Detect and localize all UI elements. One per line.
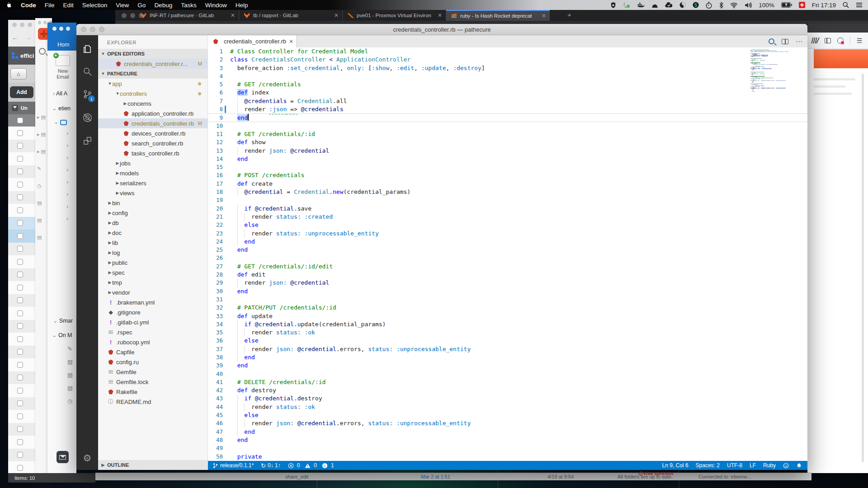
menu-edit[interactable]: Edit	[63, 2, 74, 9]
line-number[interactable]: 7	[208, 97, 230, 105]
source-control-activity-icon[interactable]: 1	[76, 85, 98, 103]
code-line[interactable]: 17 def create	[208, 180, 807, 188]
code-line[interactable]: 21 render status: :created	[208, 213, 807, 221]
row-checkbox[interactable]	[17, 426, 23, 432]
s-badge-icon[interactable]: S	[693, 2, 699, 8]
nav-arrows[interactable]: ←→	[8, 27, 35, 41]
tree-item-credentials-controller-rb[interactable]: credentials_controller.rbM	[98, 118, 208, 128]
problems-status[interactable]: 001	[288, 462, 337, 469]
line-number[interactable]: 39	[208, 361, 230, 370]
tree-item-tmp[interactable]: ▶tmp	[98, 277, 208, 287]
notifications-bell-icon[interactable]	[796, 463, 802, 469]
row-checkbox[interactable]	[17, 400, 23, 406]
code-line[interactable]: 25 end	[208, 246, 807, 254]
list-row[interactable]	[8, 165, 35, 178]
row-checkbox[interactable]	[17, 259, 23, 265]
menu-go[interactable]: Go	[137, 2, 146, 9]
scrollbar[interactable]	[862, 74, 864, 462]
row-checkbox[interactable]	[17, 375, 23, 380]
list-row[interactable]	[8, 127, 35, 140]
tree-item-log[interactable]: ▶log	[98, 248, 208, 258]
list-row[interactable]	[8, 243, 35, 256]
list-row[interactable]	[8, 255, 35, 268]
explorer-activity-icon[interactable]	[76, 40, 98, 58]
window-controls[interactable]	[81, 27, 104, 32]
line-number[interactable]: 43	[208, 394, 230, 403]
line-number[interactable]: 8	[208, 105, 230, 113]
swirl-icon[interactable]	[679, 2, 686, 8]
list-row[interactable]	[8, 346, 35, 359]
line-number[interactable]: 21	[208, 213, 230, 221]
window-controls[interactable]	[8, 20, 35, 27]
line-number[interactable]: 36	[208, 337, 230, 345]
code-line[interactable]: 37 render json: @credential.errors, stat…	[208, 345, 807, 353]
eol-setting[interactable]: LF	[750, 462, 756, 469]
tree-item-gemfile[interactable]: Gemfile	[98, 367, 208, 377]
line-number[interactable]: 12	[208, 138, 230, 146]
line-number[interactable]: 2	[208, 56, 230, 64]
line-number[interactable]: 50	[208, 453, 230, 461]
code-line[interactable]: 32 # PATCH/PUT /credentials/:id	[208, 304, 807, 312]
split-editor-icon[interactable]	[782, 39, 788, 44]
menu-view[interactable]: View	[116, 2, 129, 9]
list-row[interactable]	[8, 294, 35, 307]
row-checkbox[interactable]	[17, 336, 23, 342]
list-row[interactable]	[8, 397, 35, 410]
line-number[interactable]: 27	[208, 263, 230, 271]
code-line[interactable]: 8 render :json => @credentials	[208, 105, 807, 113]
list-row[interactable]	[8, 410, 35, 423]
line-number[interactable]: 5	[208, 80, 230, 89]
mail-folder-row[interactable]: ›	[66, 179, 68, 185]
line-number[interactable]: 23	[208, 230, 230, 238]
tree-item-vendor[interactable]: ▶vendor	[98, 287, 208, 297]
menu-code[interactable]: Code	[21, 2, 36, 9]
new-tab-button[interactable]: +	[567, 11, 571, 19]
line-number[interactable]: 48	[208, 436, 230, 444]
spotlight-icon[interactable]	[843, 2, 849, 8]
row-checkbox[interactable]	[17, 207, 23, 213]
line-number[interactable]: 42	[208, 386, 230, 394]
search-icon[interactable]	[39, 48, 46, 55]
code-line[interactable]: 39 end	[208, 361, 807, 370]
search-activity-icon[interactable]	[76, 62, 98, 80]
list-row[interactable]	[8, 178, 35, 191]
profile-icon[interactable]	[837, 38, 844, 44]
list-row[interactable]	[8, 307, 35, 320]
code-line[interactable]: 28 def edit	[208, 271, 807, 279]
list-row[interactable]	[8, 230, 35, 243]
battery-charging-icon[interactable]	[781, 2, 792, 8]
list-row[interactable]	[8, 449, 35, 462]
tree-item-search-controller-rb[interactable]: search_controller.rb	[98, 138, 208, 148]
tree-item-rakefile[interactable]: Rakefile	[98, 387, 208, 397]
row-checkbox[interactable]	[17, 452, 23, 458]
open-editors-header[interactable]: ▼ OPEN EDITORS	[98, 49, 208, 59]
line-number[interactable]: 15	[208, 163, 230, 171]
code-line[interactable]: 1# Class Controller for Credential Model	[208, 47, 807, 56]
close-tab-icon[interactable]: ✕	[231, 12, 235, 19]
line-number[interactable]: 26	[208, 254, 230, 262]
row-checkbox[interactable]	[17, 220, 23, 226]
code-line[interactable]: 18 @credential = Credential.new(credenti…	[208, 188, 807, 196]
tree-item-db[interactable]: ▶db	[98, 218, 208, 228]
close-tab-icon[interactable]: ✕	[289, 38, 293, 45]
line-number[interactable]: 30	[208, 287, 230, 296]
list-row[interactable]	[8, 191, 35, 204]
cloud-check-icon[interactable]	[665, 2, 673, 8]
code-line[interactable]: 43 if @credential.destroy	[208, 394, 807, 403]
code-line[interactable]: 41 # DELETE /credentials/:id	[208, 378, 807, 386]
close-tab-icon[interactable]: ✕	[334, 12, 339, 19]
tree-item-controllers[interactable]: ▼controllers	[98, 89, 208, 99]
extensions-activity-icon[interactable]	[76, 132, 98, 150]
list-row[interactable]	[8, 384, 35, 397]
chat-icon[interactable]	[623, 2, 630, 8]
line-number[interactable]: 29	[208, 279, 230, 287]
swiss-keyboard-icon[interactable]	[799, 2, 805, 8]
code-line[interactable]: 3 before_action :set_credential, only: […	[208, 64, 807, 72]
row-checkbox[interactable]	[17, 465, 23, 471]
tree-item-devices-controller-rb[interactable]: devices_controller.rb	[98, 128, 208, 138]
tree-item-views[interactable]: ▶views	[98, 188, 208, 198]
menu-file[interactable]: File	[45, 2, 55, 9]
code-line[interactable]: 46 render json: @credential.errors, stat…	[208, 419, 807, 427]
tree-item--rubocop-yml[interactable]: !.rubocop.yml	[98, 337, 208, 347]
indentation-setting[interactable]: Spaces: 2	[696, 462, 720, 469]
